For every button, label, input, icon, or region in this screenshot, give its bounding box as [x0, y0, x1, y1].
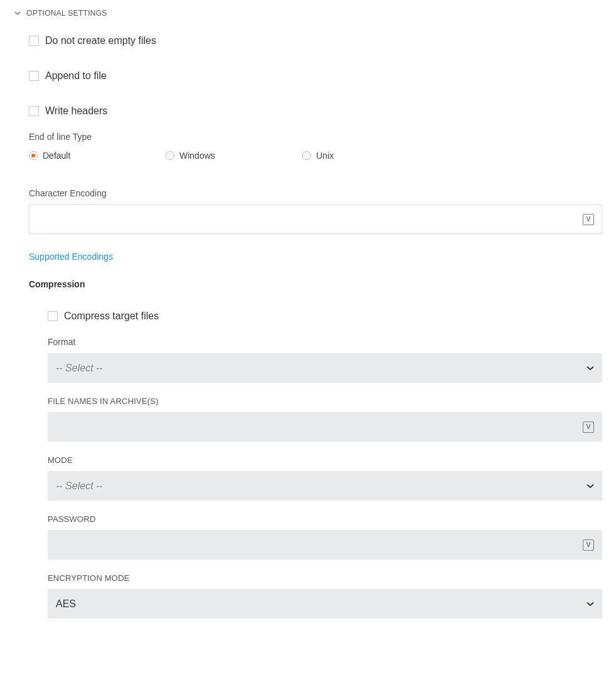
radio-label: Windows	[179, 151, 215, 161]
checkbox-label: Compress target files	[64, 311, 159, 322]
chevron-down-icon	[14, 9, 21, 17]
password-label: PASSWORD	[48, 514, 602, 524]
chevron-down-icon	[587, 482, 594, 490]
radio-icon	[302, 151, 311, 160]
radio-eol-default[interactable]: Default	[29, 151, 166, 161]
select-placeholder: -- Select --	[56, 481, 103, 492]
file-names-input[interactable]: V	[48, 412, 602, 442]
variable-icon[interactable]: V	[583, 539, 594, 551]
checkbox-icon	[29, 36, 39, 46]
format-select[interactable]: -- Select --	[48, 353, 602, 383]
checkbox-compress-target-files[interactable]: Compress target files	[48, 311, 602, 322]
radio-label: Unix	[316, 151, 334, 161]
radio-icon	[166, 151, 174, 160]
checkbox-write-headers[interactable]: Write headers	[29, 105, 602, 117]
checkbox-label: Write headers	[45, 105, 107, 117]
radio-icon	[29, 151, 38, 160]
checkbox-label: Do not create empty files	[45, 35, 156, 46]
supported-encodings-link[interactable]: Supported Encodings	[29, 252, 113, 262]
checkbox-label: Append to file	[45, 70, 107, 82]
checkbox-icon	[48, 311, 58, 321]
select-placeholder: -- Select --	[56, 363, 103, 374]
char-encoding-input[interactable]: V	[29, 204, 602, 234]
eol-type-radio-group: Default Windows Unix	[29, 151, 602, 161]
checkbox-icon	[29, 106, 39, 116]
section-title: OPTIONAL SETTINGS	[26, 9, 107, 18]
encryption-mode-select[interactable]: AES	[48, 589, 602, 619]
char-encoding-label: Character Encoding	[29, 188, 602, 198]
file-names-label: FILE NAMES IN ARCHIVE(S)	[48, 396, 602, 406]
radio-eol-unix[interactable]: Unix	[302, 151, 439, 161]
chevron-down-icon	[587, 600, 594, 608]
format-label: Format	[48, 337, 602, 347]
checkbox-no-empty-files[interactable]: Do not create empty files	[29, 35, 602, 46]
eol-type-label: End of line Type	[29, 132, 602, 142]
chevron-down-icon	[587, 364, 594, 372]
mode-label: MODE	[48, 455, 602, 465]
select-value: AES	[56, 598, 76, 610]
radio-eol-windows[interactable]: Windows	[166, 151, 302, 161]
checkbox-icon	[29, 71, 39, 81]
checkbox-append-to-file[interactable]: Append to file	[29, 70, 602, 82]
variable-icon[interactable]: V	[583, 422, 594, 433]
compression-title: Compression	[29, 279, 602, 289]
optional-settings-header[interactable]: OPTIONAL SETTINGS	[14, 9, 602, 18]
encryption-mode-label: ENCRYPTION MODE	[48, 573, 602, 583]
radio-label: Default	[43, 151, 70, 161]
password-input[interactable]: V	[48, 530, 602, 560]
mode-select[interactable]: -- Select --	[48, 471, 602, 501]
variable-icon[interactable]: V	[583, 214, 594, 225]
